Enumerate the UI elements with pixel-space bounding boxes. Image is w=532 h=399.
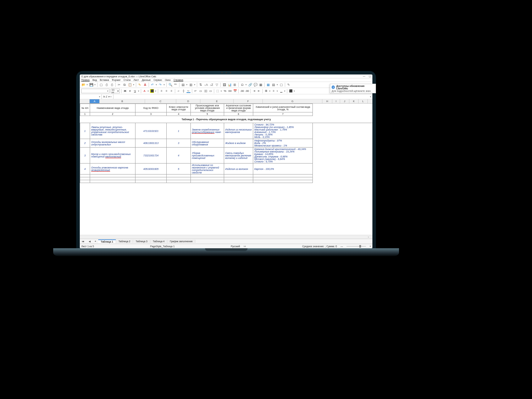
indent-inc-icon[interactable]: ⇥ — [252, 89, 256, 93]
col-header-E[interactable]: E — [200, 99, 234, 103]
new-icon[interactable]: ▢ — [99, 83, 103, 87]
comment-icon[interactable]: 💬 — [253, 83, 257, 87]
zoom-in-icon[interactable]: + — [370, 245, 371, 248]
update-notification[interactable]: iДоступны обновления LibreOffic Для подр… — [330, 84, 372, 93]
unmerge-icon[interactable]: ▯▯ — [204, 89, 207, 93]
merge-icon[interactable]: ▭ — [199, 89, 203, 93]
bold-icon[interactable]: Ж — [123, 89, 127, 93]
minimize-button[interactable]: — — [363, 75, 365, 78]
open-icon[interactable]: 📂 — [81, 83, 85, 87]
draw-icon[interactable]: ✎ — [287, 83, 291, 87]
col-header-I[interactable]: I — [332, 99, 340, 103]
col-header-K[interactable]: K — [349, 99, 359, 103]
formula-input[interactable] — [113, 94, 369, 99]
spellcheck-icon[interactable]: ᴬᵇ — [173, 83, 178, 87]
copy-icon[interactable]: ⧉ — [122, 83, 127, 87]
col-header-G[interactable]: G — [263, 99, 322, 103]
currency-icon[interactable]: ⬚ — [216, 89, 220, 93]
indent-dec-icon[interactable]: ⇤ — [257, 89, 261, 93]
col-header-L[interactable]: L — [359, 99, 368, 103]
sheet-tab-5[interactable]: График заполнения — [167, 240, 195, 243]
add-decimal-icon[interactable]: .00 — [240, 89, 244, 93]
sheet-tab-3[interactable]: Таблица 3 — [133, 240, 150, 243]
sheet-tab-2[interactable]: Таблица 2 — [116, 240, 133, 243]
number-icon[interactable]: 00 — [228, 89, 232, 93]
menu-styles[interactable]: Стили — [123, 79, 131, 81]
menu-window[interactable]: Окно — [165, 79, 171, 81]
table-row[interactable] — [80, 177, 373, 180]
font-color-icon[interactable]: A — [143, 89, 146, 93]
cut-icon[interactable]: ✂ — [117, 83, 121, 87]
table-row[interactable]: 2Отходы минеральных масел индустриальных… — [80, 139, 373, 148]
headers-icon[interactable]: ▦ — [259, 83, 263, 87]
align-left-icon[interactable]: ≡ — [160, 89, 164, 93]
menu-insert[interactable]: Вставка — [100, 79, 109, 81]
sort-asc-icon[interactable]: ↓A — [204, 83, 208, 87]
italic-icon[interactable]: К — [128, 89, 132, 93]
font-size-combo[interactable]: 11 пт ▾ — [111, 89, 120, 93]
align-top-icon[interactable]: ⌐ — [177, 89, 181, 93]
redo-icon[interactable]: ↷ — [158, 83, 162, 87]
menu-view[interactable]: Вид — [93, 79, 97, 81]
sort-desc-icon[interactable]: ↓Z — [209, 83, 214, 87]
freeze-icon[interactable]: ▦ — [266, 83, 270, 87]
highlight-icon[interactable]: ⬛ — [150, 89, 154, 93]
table-row[interactable]: 3Мусор и смет производственных помещений… — [80, 148, 373, 164]
zoom-out-icon[interactable]: — — [340, 245, 343, 248]
wrap-icon[interactable]: ↵ — [194, 89, 198, 93]
menu-data[interactable]: Данные — [142, 79, 151, 81]
date-icon[interactable]: 📅 — [233, 89, 237, 93]
menu-sheet[interactable]: Лист — [133, 79, 139, 81]
align-right-icon[interactable]: ≡ — [170, 89, 173, 93]
fx-label[interactable]: fx Σ ▾ = — [102, 95, 113, 98]
menu-help[interactable]: Справка — [173, 79, 183, 81]
insert-mode-icon[interactable]: ▭ — [244, 245, 246, 248]
borders-icon[interactable]: ⊞ — [264, 89, 268, 93]
menu-edit[interactable]: Правка — [81, 79, 90, 81]
merge-center-icon[interactable]: ▭ — [209, 89, 212, 93]
maximize-button[interactable]: ◻ — [369, 75, 371, 78]
sort-icon[interactable]: ⇅ — [199, 83, 203, 87]
col-header-D[interactable]: D — [176, 99, 200, 103]
table-row[interactable] — [80, 174, 373, 177]
col-header-J[interactable]: J — [340, 99, 349, 103]
align-center-icon[interactable]: ≡ — [165, 89, 168, 93]
tab-add-icon[interactable]: + — [93, 240, 98, 243]
special-char-icon[interactable]: Ω — [240, 83, 244, 87]
tab-first-icon[interactable]: ⏮ — [80, 240, 87, 243]
sheet-tab-4[interactable]: Таблица 4 — [150, 240, 167, 243]
find-icon[interactable]: 🔍 — [168, 83, 172, 87]
expand-formula-icon[interactable]: ▾ — [369, 95, 372, 98]
underline-icon[interactable]: Ч — [133, 89, 137, 93]
col-header-H[interactable]: H — [322, 99, 332, 103]
split-icon[interactable]: ▤ — [271, 83, 276, 87]
undo-icon[interactable]: ↶ — [150, 83, 155, 87]
zoom-slider[interactable] — [347, 245, 366, 247]
table-row[interactable] — [80, 180, 373, 183]
align-bottom-icon[interactable]: ⌙ — [187, 89, 190, 93]
col-icon[interactable]: ▥ — [189, 83, 193, 87]
chart-icon[interactable]: 📊 — [227, 83, 232, 87]
paste-icon[interactable]: 📋 — [128, 83, 132, 87]
border-color-icon[interactable]: ▁ — [279, 89, 283, 93]
name-box[interactable]: ▾ — [80, 94, 102, 99]
col-header-C[interactable]: C — [145, 99, 176, 103]
clone-format-icon[interactable]: ✎ — [138, 83, 142, 87]
menu-tools[interactable]: Сервис — [154, 79, 162, 81]
table-row[interactable]: 1Лампы ртутные, ртутно-кварцевые, люмине… — [80, 123, 373, 139]
border-style-icon[interactable]: ≡ — [272, 89, 276, 93]
align-middle-icon[interactable]: ┼ — [182, 89, 185, 93]
pivot-icon[interactable]: ⊞ — [233, 83, 237, 87]
col-header-B[interactable]: B — [100, 99, 145, 103]
row-icon[interactable]: ▤ — [181, 83, 185, 87]
menu-format[interactable]: Формат — [112, 79, 121, 81]
horizontal-scrollbar[interactable]: › — [80, 235, 372, 239]
col-header-A[interactable]: A — [90, 99, 100, 103]
hyperlink-icon[interactable]: 🔗 — [248, 83, 252, 87]
percent-icon[interactable]: % — [223, 89, 227, 93]
conditional-icon[interactable]: ⬛ — [289, 89, 293, 93]
spreadsheet-grid[interactable]: A B C D E F G H I J K L Таблица 1 - Пере… — [80, 99, 372, 235]
data-table[interactable]: Таблица 1 - Перечень образующихся видов … — [80, 104, 372, 183]
save-icon[interactable]: 💾 — [89, 83, 93, 87]
remove-decimal-icon[interactable]: .00 — [245, 89, 249, 93]
